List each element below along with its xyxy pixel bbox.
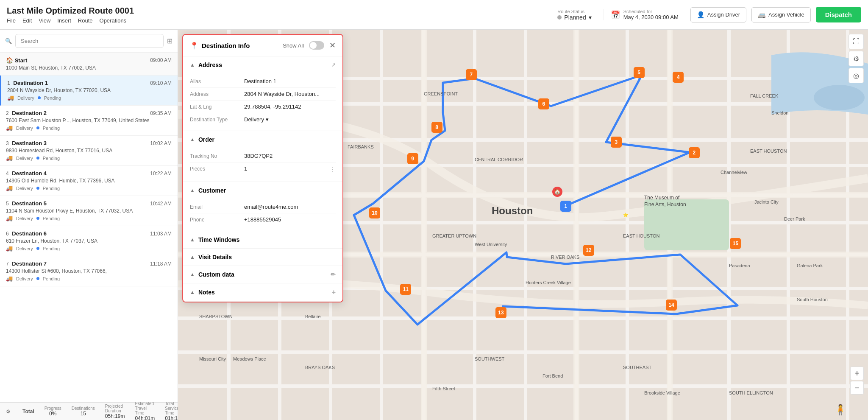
- map-pin-6[interactable]: 6: [538, 98, 549, 109]
- menu-route[interactable]: Route: [78, 17, 93, 24]
- address-value: 2804 N Wayside Dr, Houston...: [244, 91, 336, 97]
- map-pin-3[interactable]: 3: [611, 137, 622, 148]
- map-pin-10[interactable]: 10: [369, 207, 380, 218]
- map-pin-12[interactable]: 12: [583, 245, 594, 256]
- scheduled-label: Scheduled for: [623, 9, 679, 14]
- custom-data-edit-icon[interactable]: ✏: [331, 271, 336, 278]
- assign-driver-label: Assign Driver: [707, 11, 740, 18]
- dest-type-value[interactable]: Delivery ▾: [244, 116, 336, 123]
- dest5-status: Pending: [43, 216, 60, 221]
- zoom-out-button[interactable]: −: [850, 381, 864, 395]
- search-input[interactable]: [15, 34, 164, 48]
- zoom-controls: + −: [850, 367, 864, 395]
- route-item-start[interactable]: 🏠 Start 09:00 AM 1000 Main St, Houston, …: [0, 53, 178, 76]
- menu-bar: File Edit View Insert Route Operations: [7, 17, 552, 24]
- alias-value: Destination 1: [244, 78, 336, 84]
- customer-section-header[interactable]: ▲ Customer: [183, 182, 342, 199]
- visit-details-chevron: ▲: [190, 254, 195, 260]
- route-item-6[interactable]: 6 Destination 6 11:03 AM 610 Frazer Ln, …: [0, 226, 178, 256]
- start-item-time: 09:00 AM: [150, 57, 172, 63]
- dest5-meta: 🚚 Delivery Pending: [6, 215, 172, 221]
- svg-text:Fort Bend: Fort Bend: [542, 373, 563, 378]
- customer-section-content: Email email@route4me.com Phone +18885529…: [183, 199, 342, 231]
- svg-text:Pasadena: Pasadena: [729, 263, 750, 268]
- dest3-addr: 9830 Homestead Rd, Houston, TX 77016, US…: [6, 148, 172, 154]
- custom-data-header[interactable]: ▲ Custom data ✏: [183, 266, 342, 283]
- filter-icon[interactable]: ⊞: [167, 37, 172, 45]
- map-pin-11[interactable]: 11: [400, 284, 411, 295]
- person-icon: 👤: [697, 11, 705, 19]
- map-pin-2[interactable]: 2: [689, 147, 700, 158]
- fullscreen-button[interactable]: ⛶: [849, 34, 864, 49]
- phone-label: Phone: [190, 216, 241, 223]
- time-windows-header[interactable]: ▲ Time Windows: [183, 231, 342, 248]
- svg-text:Fifth Street: Fifth Street: [432, 386, 455, 391]
- notes-header[interactable]: ▲ Notes +: [183, 283, 342, 301]
- svg-text:EAST HOUSTON: EAST HOUSTON: [750, 148, 787, 154]
- settings-map-button[interactable]: ⚙: [849, 51, 864, 66]
- menu-insert[interactable]: Insert: [57, 17, 71, 24]
- map-pin-15[interactable]: 15: [730, 238, 741, 249]
- map-pin-14[interactable]: 14: [666, 300, 677, 311]
- dest3-num: 3: [6, 140, 9, 146]
- gear-bottom[interactable]: ⚙: [6, 409, 11, 414]
- menu-edit[interactable]: Edit: [22, 17, 32, 24]
- map-pin-13[interactable]: 13: [495, 307, 506, 318]
- show-all-toggle[interactable]: [309, 41, 324, 50]
- alias-field: Alias Destination 1: [190, 75, 336, 88]
- assign-vehicle-button[interactable]: 🚐 Assign Vehicle: [751, 7, 811, 22]
- dest7-num: 7: [6, 261, 9, 267]
- dest5-addr: 1104 N Sam Houston Pkwy E, Houston, TX 7…: [6, 208, 172, 214]
- map-pin-7[interactable]: 7: [466, 69, 477, 80]
- order-section-header[interactable]: ▲ Order: [183, 131, 342, 148]
- time-windows-section: ▲ Time Windows: [183, 231, 342, 249]
- layers-button[interactable]: ◎: [849, 68, 864, 83]
- svg-text:SOUTH ELLINGTON: SOUTH ELLINGTON: [729, 390, 773, 395]
- tracking-label: Tracking No: [190, 153, 241, 159]
- dest3-type: Delivery: [16, 156, 33, 161]
- truck-icon-5: 🚚: [6, 215, 13, 221]
- truck-icon-7: 🚚: [6, 275, 13, 282]
- map-pin-1[interactable]: 1: [560, 201, 571, 212]
- visit-details-header[interactable]: ▲ Visit Details: [183, 249, 342, 266]
- route-item-1[interactable]: 1 Destination 1 09:10 AM 2804 N Wayside …: [0, 76, 178, 106]
- svg-text:Sheldon: Sheldon: [771, 110, 788, 115]
- map-pin-4[interactable]: 4: [673, 72, 684, 83]
- menu-view[interactable]: View: [39, 17, 50, 24]
- address-section-header[interactable]: ▲ Address ↗: [183, 56, 342, 73]
- zoom-in-button[interactable]: +: [850, 367, 864, 380]
- route-item-5[interactable]: 5 Destination 5 10:42 AM 1104 N Sam Hous…: [0, 196, 178, 226]
- street-view-icon[interactable]: 🧍: [834, 404, 847, 416]
- menu-file[interactable]: File: [7, 17, 16, 24]
- total-label: Total: [22, 409, 34, 414]
- dest6-type: Delivery: [16, 246, 33, 251]
- truck-btn-icon: 🚐: [758, 11, 766, 19]
- route-item-2[interactable]: 2 Destination 2 09:35 AM 7600 East Sam H…: [0, 106, 178, 136]
- dest2-type: Delivery: [16, 126, 33, 131]
- svg-text:BRAYS OAKS: BRAYS OAKS: [305, 365, 335, 370]
- menu-operations[interactable]: Operations: [100, 17, 127, 24]
- map-area[interactable]: Houston GREENSPOINT FAIRBANKS Jersey Vil…: [178, 30, 868, 420]
- tracking-field: Tracking No 38DG7QP2: [190, 150, 336, 162]
- latlng-value: 29.788504, -95.291142: [244, 104, 336, 110]
- pieces-menu-icon[interactable]: ⋮: [329, 165, 336, 174]
- email-field: Email email@route4me.com: [190, 201, 336, 213]
- dest5-name: Destination 5: [12, 200, 47, 207]
- route-item-3[interactable]: 3 Destination 3 10:02 AM 9830 Homestead …: [0, 136, 178, 166]
- external-link-icon[interactable]: ↗: [331, 62, 336, 68]
- map-pin-9[interactable]: 9: [407, 153, 418, 164]
- dest2-name: Destination 2: [12, 110, 47, 116]
- close-button[interactable]: ✕: [329, 41, 336, 50]
- order-section: ▲ Order Tracking No 38DG7QP2 Pieces 1 ⋮: [183, 131, 342, 182]
- map-pin-8[interactable]: 8: [431, 122, 442, 133]
- assign-driver-button[interactable]: 👤 Assign Driver: [690, 7, 746, 22]
- notes-add-icon[interactable]: +: [332, 288, 336, 296]
- route-status-value[interactable]: Planned ▾: [557, 14, 591, 21]
- dest4-num: 4: [6, 171, 9, 176]
- route-item-4[interactable]: 4 Destination 4 10:22 AM 14905 Old Humbl…: [0, 166, 178, 196]
- route-item-7[interactable]: 7 Destination 7 11:18 AM 14300 Hollister…: [0, 256, 178, 286]
- dropdown-icon[interactable]: ▾: [589, 14, 592, 21]
- latlng-label: Lat & Lng: [190, 104, 241, 110]
- map-pin-5[interactable]: 5: [634, 67, 645, 78]
- dispatch-button[interactable]: Dispatch: [816, 7, 861, 22]
